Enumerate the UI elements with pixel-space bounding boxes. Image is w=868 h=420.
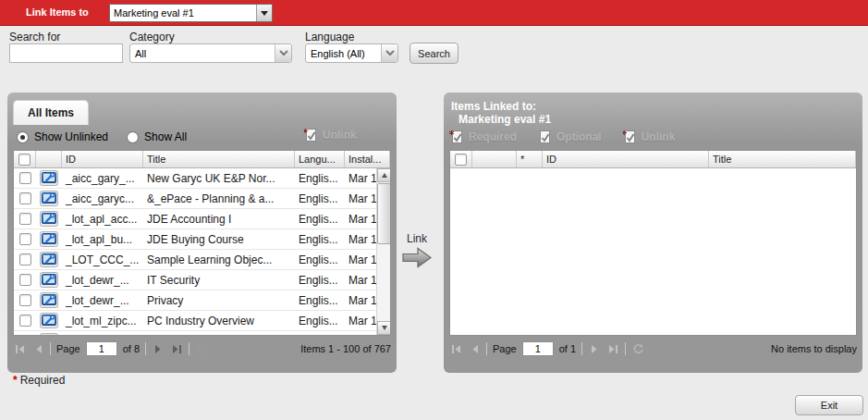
content-item-icon <box>40 170 58 186</box>
linked-items-grid: * ID Title <box>449 150 857 336</box>
row-checkbox[interactable] <box>19 294 31 306</box>
language-value: English (All) <box>306 48 381 59</box>
title-column-header[interactable]: Title <box>709 151 856 167</box>
required-asterisk: * <box>13 374 18 387</box>
row-title: PC Industry Overview <box>143 311 295 330</box>
table-row[interactable]: _lot_apl_bu... JDE Buying Course Englis.… <box>14 229 390 250</box>
row-id: _LOT_CCC_... <box>62 250 143 269</box>
page-label: Page <box>493 343 517 354</box>
target-object-select[interactable]: Marketing eval #1 <box>109 4 273 22</box>
select-all-checkbox[interactable] <box>455 154 467 166</box>
row-id: _aicc_gary_... <box>62 168 143 188</box>
prev-page-icon[interactable] <box>31 342 44 355</box>
items-count-status: Items 1 - 100 of 767 <box>300 343 391 354</box>
chevron-down-icon[interactable] <box>275 44 291 62</box>
scroll-down-icon[interactable] <box>377 321 391 335</box>
linked-items-grid-header: * ID Title <box>450 151 856 168</box>
row-checkbox[interactable] <box>19 192 31 204</box>
next-page-icon[interactable] <box>152 342 165 355</box>
table-row[interactable]: _lot_dewr_... Privacy Englis... Mar 1... <box>14 290 390 311</box>
unlink-doc-icon <box>622 130 637 144</box>
linked-items-pager: Page of 1 No items to display <box>449 338 857 360</box>
row-checkbox[interactable] <box>19 315 31 327</box>
row-checkbox[interactable] <box>19 274 31 286</box>
show-all-radio[interactable] <box>127 131 139 143</box>
select-all-checkbox[interactable] <box>18 154 31 166</box>
last-page-icon[interactable] <box>606 342 619 355</box>
all-items-panel: All Items Show Unlinked Show All Unlink … <box>7 93 397 373</box>
table-row[interactable]: _lot_nxt_isp... Indirect Co-op Program..… <box>14 331 390 336</box>
required-column-header[interactable]: * <box>517 151 543 167</box>
category-select[interactable]: All <box>129 43 292 63</box>
content-item-icon <box>40 292 58 308</box>
row-title: JDE Buying Course <box>143 229 295 249</box>
last-page-icon[interactable] <box>170 342 183 355</box>
show-unlinked-radio[interactable] <box>17 131 29 143</box>
row-checkbox[interactable] <box>19 253 31 266</box>
installed-column-header[interactable]: Instal... <box>345 151 390 167</box>
link-items-window: Link Items to Marketing eval #1 Search f… <box>0 0 868 420</box>
category-label: Category <box>129 31 175 43</box>
link-label: Link <box>400 232 434 245</box>
table-row[interactable]: _aicc_garyc... &_ePace - Planning & a...… <box>14 189 390 209</box>
optional-doc-icon <box>537 130 552 144</box>
table-row[interactable]: _lot_ml_zipc... PC Industry Overview Eng… <box>14 311 390 331</box>
next-page-icon[interactable] <box>588 342 601 355</box>
exit-button[interactable]: Exit <box>795 395 863 415</box>
link-action[interactable]: Link <box>400 232 434 272</box>
vertical-scrollbar[interactable] <box>376 168 390 335</box>
content-item-icon <box>40 272 58 288</box>
tab-all-items[interactable]: All Items <box>13 100 89 125</box>
row-language: Englis... <box>295 290 345 310</box>
page-of-label: of 1 <box>559 343 576 354</box>
required-button[interactable]: Required <box>449 130 517 144</box>
id-column-header[interactable]: ID <box>543 151 709 167</box>
row-checkbox[interactable] <box>19 233 31 245</box>
id-column-header[interactable]: ID <box>62 151 143 167</box>
search-button[interactable]: Search <box>410 43 458 64</box>
all-items-pager: Page of 8 Items 1 - 100 of 767 <box>13 338 391 360</box>
row-checkbox[interactable] <box>19 172 31 184</box>
icon-column-header[interactable] <box>472 151 517 167</box>
scrollbar-thumb[interactable] <box>377 183 391 244</box>
row-id: _lot_apl_bu... <box>62 229 143 249</box>
first-page-icon[interactable] <box>13 342 26 355</box>
row-id: _lot_dewr_... <box>62 270 143 290</box>
prev-page-icon[interactable] <box>468 342 481 355</box>
refresh-icon[interactable] <box>631 342 644 355</box>
content-item-icon <box>40 252 58 267</box>
scroll-up-icon[interactable] <box>377 168 391 182</box>
target-object-value: Marketing eval #1 <box>110 7 256 19</box>
row-checkbox[interactable] <box>19 335 31 336</box>
optional-button[interactable]: Optional <box>537 130 602 144</box>
items-linked-panel: Items Linked to: Marketing eval #1 Requi… <box>444 93 862 373</box>
row-checkbox[interactable] <box>19 213 31 225</box>
page-of-label: of 8 <box>123 343 140 354</box>
unlink-button-right[interactable]: Unlink <box>622 130 676 144</box>
refresh-icon[interactable] <box>195 342 208 355</box>
table-row[interactable]: _LOT_CCC_... Sample Learning Objec... En… <box>14 250 390 270</box>
show-all-label: Show All <box>144 130 187 143</box>
page-number-input[interactable] <box>86 341 117 356</box>
search-input[interactable] <box>9 43 123 63</box>
language-column-header[interactable]: Langu... <box>295 151 345 167</box>
required-doc-icon <box>449 130 464 144</box>
language-select[interactable]: English (All) <box>305 43 398 63</box>
category-value: All <box>130 48 275 59</box>
link-arrow-icon[interactable] <box>401 245 433 270</box>
content-item-icon <box>40 231 58 247</box>
table-row[interactable]: _lot_dewr_... IT Security Englis... Mar … <box>14 270 390 290</box>
icon-column-header[interactable] <box>36 151 62 167</box>
title-column-header[interactable]: Title <box>143 151 295 167</box>
first-page-icon[interactable] <box>449 342 462 355</box>
page-number-input[interactable] <box>522 341 554 356</box>
unlink-button[interactable]: Unlink <box>303 128 357 142</box>
show-unlinked-label: Show Unlinked <box>34 130 108 143</box>
all-items-grid-header: ID Title Langu... Instal... <box>14 151 390 168</box>
dropdown-arrow-icon[interactable] <box>256 5 272 21</box>
table-row[interactable]: _lot_apl_acc... JDE Accounting I Englis.… <box>14 209 390 229</box>
table-row[interactable]: _aicc_gary_... New Garyc UK E&P Nor... E… <box>14 168 390 189</box>
row-language: Englis... <box>295 331 345 336</box>
items-linked-subtitle: Marketing eval #1 <box>458 113 551 126</box>
chevron-down-icon[interactable] <box>381 44 397 62</box>
